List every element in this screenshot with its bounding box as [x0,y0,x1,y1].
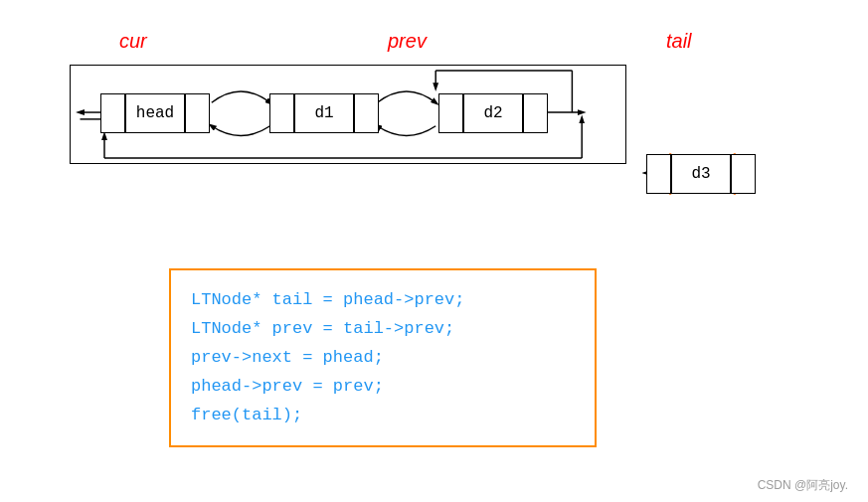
code-line-2: LTNode* prev = tail->prev; [191,315,575,344]
list-container: head d1 d2 [70,65,626,164]
code-line-4: phead->prev = prev; [191,373,575,402]
d2-label: d2 [463,93,523,133]
label-prev: prev [388,30,427,53]
node-head: head [100,93,210,133]
watermark: CSDN @阿亮joy. [758,477,848,494]
node-d3: d3 [646,154,756,194]
head-label: head [125,93,185,133]
code-line-3: prev->next = phead; [191,344,575,373]
node-d1: d1 [269,93,379,133]
label-cur: cur [119,30,147,53]
tail-container: d3 [636,129,751,219]
diagram-area: cur prev tail [20,30,865,249]
code-box: LTNode* tail = phead->prev; LTNode* prev… [169,268,597,447]
node-d2: d2 [438,93,548,133]
label-tail: tail [666,30,692,53]
code-line-1: LTNode* tail = phead->prev; [191,286,575,315]
d1-label: d1 [294,93,354,133]
code-line-5: free(tail); [191,402,575,430]
d3-label: d3 [671,154,731,194]
